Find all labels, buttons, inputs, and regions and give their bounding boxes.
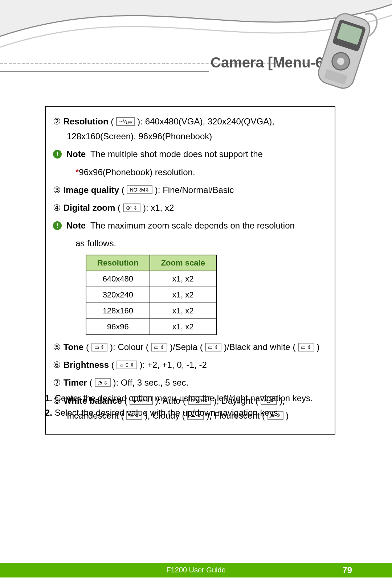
option-values: +2, +1, 0, -1, -2 (147, 360, 207, 370)
note-label: Note (66, 149, 86, 159)
option-brightness: ⑥ Brightness ( ☼ 0 ⇕ ): +2, +1, 0, -1, -… (53, 358, 327, 371)
tone-colour-icon: ▭ ⇕ (151, 343, 167, 351)
footer-page-number: 79 (342, 565, 352, 575)
option-resolution-cont: 128x160(Screen), 96x96(Phonebook) (53, 129, 327, 143)
zoom-icon: ⊕¹ ⇕ (123, 203, 141, 212)
header-solid-divider (0, 71, 209, 72)
tone-sepia-icon: ▭ ⇕ (205, 343, 221, 351)
note-zoom: ! Note The maximum zoom scale depends on… (53, 219, 327, 232)
instruction-step-1: 1. Center the desired option menu using … (45, 392, 335, 405)
footer-guide-title: F1200 User Guide (166, 566, 225, 574)
note-zoom-cont: as follows. (53, 237, 327, 250)
option-label: Tone (64, 342, 84, 352)
table-header-resolution: Resolution (86, 255, 150, 271)
timer-icon: ◔ ⇕ (95, 378, 111, 387)
item-number-4: ④ (53, 203, 61, 213)
note-asterisk: * (75, 167, 79, 177)
option-label: Resolution (64, 116, 109, 126)
note-label: Note (66, 221, 86, 230)
note-text: The multiple shot mode does not support … (90, 149, 263, 159)
option-digital-zoom: ④ Digital zoom ( ⊕¹ ⇕ ): x1, x2 (53, 201, 327, 214)
tone-bw-icon: ▭ ⇕ (298, 343, 314, 351)
tone-icon: ▭ ⇕ (91, 343, 108, 351)
option-values: Off, 3 sec., 5 sec. (121, 378, 188, 387)
option-resolution: ② Resolution ( ¹²⁸⁄₁₆₀ ): 640x480(VGA), … (53, 115, 327, 128)
resolution-icon: ¹²⁸⁄₁₆₀ (116, 117, 135, 126)
table-row: 640x480x1, x2 (86, 271, 216, 287)
table-header-zoom: Zoom scale (150, 255, 216, 271)
options-box: ② Resolution ( ¹²⁸⁄₁₆₀ ): 640x480(VGA), … (45, 106, 335, 435)
option-label: Digital zoom (64, 203, 115, 213)
image-quality-icon: NORM⇕ (127, 185, 152, 194)
note-icon: ! (53, 221, 62, 230)
note-resolution: ! Note The multiple shot mode does not s… (53, 147, 327, 161)
option-label: Image quality (64, 185, 119, 195)
option-values: Fine/Normal/Basic (163, 185, 234, 195)
item-number-3: ③ (53, 185, 61, 195)
zoom-scale-table: Resolution Zoom scale 640x480x1, x2 320x… (86, 255, 217, 335)
option-label: Brightness (64, 360, 109, 370)
option-label: Timer (64, 378, 87, 387)
note-text: The maximum zoom scale depends on the re… (90, 221, 295, 230)
table-row: 96x96x1, x2 (86, 319, 216, 335)
option-values: x1, x2 (151, 203, 174, 213)
note-icon: ! (53, 150, 62, 159)
option-tone: ⑤ Tone ( ▭ ⇕ ): Colour ( ▭ ⇕ )/Sepia ( ▭… (53, 340, 327, 354)
page-footer: F1200 User Guide 79 (0, 563, 392, 577)
item-number-5: ⑤ (53, 342, 61, 352)
table-row: 320x240x1, x2 (86, 287, 216, 303)
brightness-icon: ☼ 0 ⇕ (117, 361, 137, 369)
note-resolution-cont: *96x96(Phonebook) resolution. (53, 165, 327, 179)
table-row: 128x160x1, x2 (86, 303, 216, 319)
instruction-step-2: 2. Select the desired value with the up/… (45, 406, 335, 419)
item-number-2: ② (53, 116, 61, 126)
option-timer: ⑦ Timer ( ◔ ⇕ ): Off, 3 sec., 5 sec. (53, 376, 327, 389)
option-image-quality: ③ Image quality ( NORM⇕ ): Fine/Normal/B… (53, 183, 327, 197)
option-values: 640x480(VGA), 320x240(QVGA), (145, 116, 274, 126)
item-number-7: ⑦ (53, 378, 61, 387)
item-number-6: ⑥ (53, 360, 61, 370)
phone-illustration (303, 7, 383, 102)
